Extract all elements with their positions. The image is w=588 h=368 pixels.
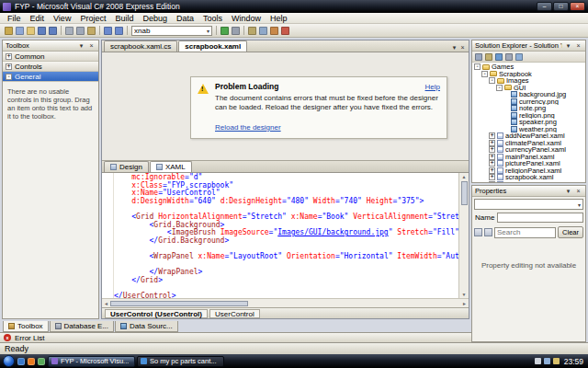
minimize-button[interactable]: – [537, 2, 552, 11]
solution-explorer-icon[interactable] [248, 27, 256, 35]
title-bar[interactable]: FYP - Microsoft Visual C# 2008 Express E… [0, 0, 588, 13]
code-line[interactable]: </WrapPanel> [114, 269, 458, 277]
help-link[interactable]: Help [425, 83, 440, 91]
toolbox-title-bar[interactable]: Toolbox ▾ × [3, 40, 98, 52]
tree-item-religionpanel.xaml[interactable]: +religionPanel.xaml [472, 167, 585, 175]
undo-icon[interactable] [104, 27, 112, 35]
error-list-icon[interactable] [281, 27, 289, 35]
solution-explorer-close-icon[interactable]: × [574, 41, 582, 50]
properties-object-combo[interactable]: ▾ [474, 199, 583, 210]
refresh-icon[interactable] [495, 53, 503, 61]
expander-icon[interactable]: + [489, 154, 495, 160]
menu-file[interactable]: File [3, 14, 26, 23]
window-position-icon[interactable]: ▾ [564, 187, 572, 195]
scrollbar-thumb[interactable] [461, 181, 468, 205]
quick-launch-firefox-icon[interactable] [28, 358, 35, 365]
tree-item-gui[interactable]: -GUI [472, 85, 585, 92]
scroll-right-icon[interactable]: ► [462, 301, 467, 306]
toolbox-close-icon[interactable]: × [87, 41, 96, 50]
tab-scrapbook.xaml[interactable]: scrapbook.xaml [178, 40, 247, 52]
menu-window[interactable]: Window [227, 14, 266, 23]
expander-icon[interactable]: - [6, 74, 12, 80]
save-icon[interactable] [38, 27, 46, 35]
expander-icon[interactable]: - [489, 77, 495, 84]
tree-item-scrapbook.xaml[interactable]: +scrapbook.xaml [472, 174, 585, 181]
code-line[interactable]: d:DesignWidth="640" d:DesignHeight="480"… [114, 198, 458, 206]
categorized-icon[interactable] [474, 228, 482, 236]
copy-icon[interactable] [76, 27, 85, 35]
solution-explorer-title-bar[interactable]: Solution Explorer - Solution 'FYP' (1 ▾ … [472, 40, 585, 52]
tree-item-addnewpanel.xaml[interactable]: +addNewPanel.xaml [472, 132, 585, 140]
menu-project[interactable]: Project [75, 14, 110, 23]
alphabetical-icon[interactable] [484, 228, 492, 236]
active-files-chevron-icon[interactable]: ▾ [450, 43, 458, 52]
xaml-editor[interactable]: mc:Ignorable="d" x:Class="FYP.scrapbook"… [102, 173, 469, 298]
tree-item-speaker.png[interactable]: speaker.png [472, 119, 585, 126]
quick-launch-app-icon[interactable] [38, 358, 45, 365]
quick-launch-browser-icon[interactable] [17, 358, 25, 365]
tree-item-scrapbook[interactable]: -Scrapbook [472, 71, 585, 78]
tree-item-images[interactable]: -Images [472, 77, 585, 85]
close-button[interactable]: × [570, 2, 585, 11]
reload-designer-link[interactable]: Reload the designer [215, 123, 281, 132]
breadcrumb-item[interactable]: UserControl [209, 309, 260, 318]
name-field[interactable] [497, 213, 583, 223]
view-designer-icon[interactable] [515, 53, 523, 61]
expander-icon[interactable]: - [474, 63, 481, 70]
properties-close-icon[interactable]: × [574, 187, 582, 195]
code-view[interactable]: mc:Ignorable="d" x:Class="FYP.scrapbook"… [114, 173, 458, 298]
cut-icon[interactable] [65, 27, 74, 35]
clear-button[interactable]: Clear [558, 226, 583, 238]
view-code-icon[interactable] [505, 53, 513, 61]
code-line[interactable]: </Grid.Background> [114, 237, 458, 246]
show-all-files-icon[interactable] [485, 53, 492, 61]
tree-item-picturepanel.xaml[interactable]: +picturePanel.xaml [472, 160, 585, 167]
paste-icon[interactable] [87, 27, 96, 35]
tab-scrapbook.xaml.cs[interactable]: scrapbook.xaml.cs [104, 40, 177, 52]
tool-tab-data-sourc...[interactable]: Data Sourc... [115, 321, 178, 332]
tree-item-currencypanel.xaml[interactable]: +currencyPanel.xaml [472, 146, 585, 154]
editor-vertical-scrollbar[interactable]: ▲ ▼ [458, 173, 469, 298]
build-icon[interactable] [232, 27, 240, 35]
tool-tab-toolbox[interactable]: Toolbox [3, 321, 49, 332]
expander-icon[interactable]: + [6, 63, 12, 70]
error-list-bar[interactable]: x Error List [0, 332, 471, 342]
tray-update-icon[interactable] [553, 358, 560, 364]
save-all-icon[interactable] [49, 27, 57, 35]
tree-item-newgamepanel.xaml[interactable]: +newGamePanel.xaml [472, 181, 585, 183]
start-button[interactable] [3, 355, 15, 367]
properties-title-bar[interactable]: Properties ▾ × [472, 186, 585, 197]
start-debug-icon[interactable] [220, 27, 229, 35]
tree-item-religion.png[interactable]: religion.png [472, 112, 585, 120]
scroll-left-icon[interactable]: ◄ [104, 301, 108, 306]
expander-icon[interactable]: + [489, 140, 495, 146]
expander-icon[interactable]: + [489, 174, 495, 180]
window-position-icon[interactable]: ▾ [564, 41, 572, 50]
expander-icon[interactable]: - [481, 71, 488, 77]
toolbar-search-combo[interactable]: xnab ▾ [131, 26, 212, 36]
toolbox-group-general[interactable]: -General [3, 72, 98, 82]
expander-icon[interactable]: + [489, 167, 495, 174]
code-line[interactable]: </Grid> [114, 277, 458, 285]
tree-item-currency.png[interactable]: currency.png [472, 98, 585, 106]
menu-tools[interactable]: Tools [198, 14, 227, 23]
tool-tab-database-e...[interactable]: Database E... [50, 321, 114, 332]
taskbar-button-fyp-microsoft-visu...[interactable]: FYP - Microsoft Visu... [48, 356, 135, 367]
expander-icon[interactable]: + [489, 160, 495, 167]
new-project-icon[interactable] [5, 27, 13, 35]
tree-item-note.png[interactable]: note.png [472, 105, 585, 112]
tree-item-weather.png[interactable]: weather.png [472, 126, 585, 133]
scroll-up-icon[interactable]: ▲ [462, 174, 467, 179]
tree-item-climatepanel.xaml[interactable]: +climatePanel.xaml [472, 140, 585, 147]
expander-icon[interactable]: - [496, 85, 503, 91]
menu-build[interactable]: Build [110, 14, 138, 23]
scrollbar-thumb[interactable] [110, 301, 248, 306]
expander-icon[interactable]: + [6, 53, 12, 60]
toolbox-group-common[interactable]: +Common [3, 52, 98, 62]
menu-debug[interactable]: Debug [138, 14, 172, 23]
tree-item-background.jpg[interactable]: background.jpg [472, 91, 585, 98]
expander-icon[interactable]: + [489, 132, 495, 139]
tree-item-games[interactable]: -Games [472, 63, 585, 71]
properties-icon[interactable] [475, 53, 482, 61]
properties-window-icon[interactable] [259, 27, 267, 35]
